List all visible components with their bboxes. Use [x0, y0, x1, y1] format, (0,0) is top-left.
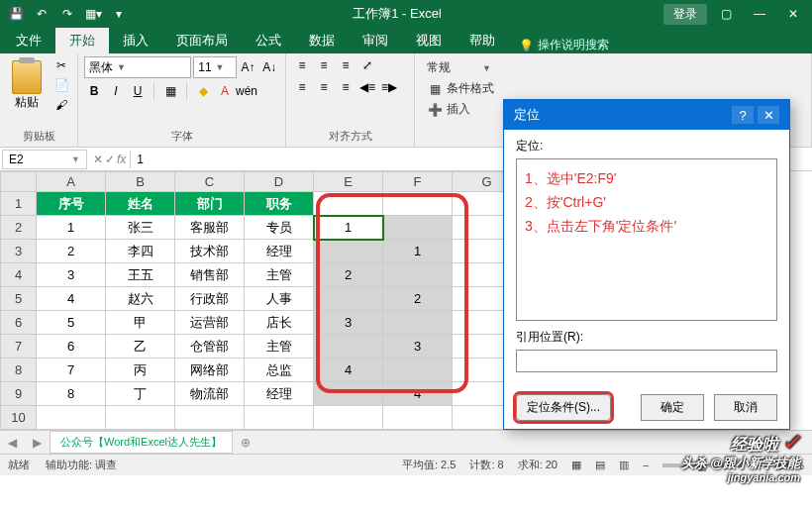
- table-header[interactable]: 序号: [37, 192, 106, 216]
- underline-icon[interactable]: U: [128, 82, 148, 100]
- cell[interactable]: 1: [37, 216, 106, 240]
- col-header-B[interactable]: B: [106, 172, 175, 192]
- cell[interactable]: [383, 406, 453, 430]
- goto-listbox[interactable]: 1、选中'E2:F9' 2、按'Ctrl+G' 3、点击左下角'定位条件': [516, 158, 777, 321]
- cell[interactable]: 专员: [245, 216, 314, 240]
- fill-color-icon[interactable]: ◆: [193, 82, 213, 100]
- cell[interactable]: 仓管部: [175, 335, 245, 358]
- cell[interactable]: 甲: [106, 311, 175, 335]
- view-normal-icon[interactable]: ▦: [571, 459, 581, 471]
- dialog-titlebar[interactable]: 定位 ? ✕: [504, 100, 789, 130]
- cell[interactable]: 经理: [245, 240, 314, 263]
- cell[interactable]: [314, 382, 383, 406]
- tab-home[interactable]: 开始: [55, 28, 109, 53]
- cell[interactable]: 行政部: [175, 287, 245, 311]
- orientation-icon[interactable]: ⤢: [357, 56, 377, 74]
- bold-icon[interactable]: B: [84, 82, 104, 100]
- cell[interactable]: [314, 287, 383, 311]
- cell[interactable]: 店长: [245, 311, 314, 335]
- cell[interactable]: 运营部: [175, 311, 245, 335]
- number-format-combo[interactable]: 常规▼: [423, 58, 803, 77]
- view-break-icon[interactable]: ▥: [619, 459, 629, 471]
- row-header-10[interactable]: 10: [1, 406, 37, 430]
- col-header-C[interactable]: C: [175, 172, 245, 192]
- col-header-A[interactable]: A: [37, 172, 106, 192]
- cell[interactable]: [314, 335, 383, 358]
- login-button[interactable]: 登录: [663, 4, 707, 25]
- cell[interactable]: 经理: [245, 382, 314, 406]
- font-color-icon[interactable]: A: [215, 82, 235, 100]
- dialog-help-icon[interactable]: ?: [732, 106, 754, 124]
- cell[interactable]: 3: [314, 311, 383, 335]
- cell[interactable]: 1: [314, 216, 383, 240]
- tab-layout[interactable]: 页面布局: [162, 28, 242, 53]
- paste-button[interactable]: 粘贴: [6, 58, 48, 113]
- close-icon[interactable]: ✕: [778, 3, 808, 25]
- font-name-combo[interactable]: 黑体▼: [84, 56, 191, 78]
- cell[interactable]: 客服部: [175, 216, 245, 240]
- row-header-5[interactable]: 5: [1, 287, 37, 311]
- cell[interactable]: 王五: [106, 263, 175, 287]
- tab-insert[interactable]: 插入: [109, 28, 162, 53]
- reference-input[interactable]: [516, 350, 777, 372]
- conditional-format-button[interactable]: ▦ 条件格式: [423, 79, 803, 98]
- cell[interactable]: [383, 192, 453, 216]
- row-header-3[interactable]: 3: [1, 240, 37, 263]
- cancel-formula-icon[interactable]: ✕: [93, 153, 103, 166]
- cell[interactable]: [383, 311, 453, 335]
- increase-font-icon[interactable]: A↑: [239, 58, 258, 76]
- col-header-D[interactable]: D: [245, 172, 314, 192]
- increase-indent-icon[interactable]: ≡▶: [379, 78, 399, 96]
- cell[interactable]: 主管: [245, 335, 314, 358]
- cell[interactable]: 人事: [245, 287, 314, 311]
- tab-view[interactable]: 视图: [402, 28, 456, 53]
- enter-formula-icon[interactable]: ✓: [105, 153, 115, 166]
- redo-icon[interactable]: ↷: [55, 3, 79, 25]
- dialog-close-icon[interactable]: ✕: [758, 106, 779, 124]
- cell[interactable]: [314, 240, 383, 263]
- sheet-tab[interactable]: 公众号【Word和Excel达人先生】: [50, 431, 233, 454]
- table-header[interactable]: 姓名: [106, 192, 175, 216]
- tab-help[interactable]: 帮助: [456, 28, 509, 53]
- cell[interactable]: 3: [383, 335, 453, 358]
- align-bottom-icon[interactable]: ≡: [336, 56, 355, 74]
- cell[interactable]: [383, 216, 453, 240]
- cell[interactable]: 7: [37, 358, 106, 382]
- cell[interactable]: 销售部: [175, 263, 245, 287]
- cell[interactable]: 主管: [245, 263, 314, 287]
- cell[interactable]: 1: [383, 240, 453, 263]
- cell[interactable]: 赵六: [106, 287, 175, 311]
- cell[interactable]: 丙: [106, 358, 175, 382]
- cell[interactable]: [314, 192, 383, 216]
- ok-button[interactable]: 确定: [641, 394, 704, 421]
- align-left-icon[interactable]: ≡: [292, 78, 312, 96]
- align-right-icon[interactable]: ≡: [336, 78, 355, 96]
- cancel-button[interactable]: 取消: [714, 394, 777, 421]
- cell[interactable]: 2: [314, 263, 383, 287]
- name-box[interactable]: E2▼: [2, 150, 87, 169]
- tab-formula[interactable]: 公式: [242, 28, 295, 53]
- phonetic-icon[interactable]: wén: [237, 82, 256, 100]
- copy-icon[interactable]: 📄: [51, 76, 71, 94]
- customize-qat-icon[interactable]: ▾: [107, 3, 131, 25]
- align-middle-icon[interactable]: ≡: [314, 56, 334, 74]
- cell[interactable]: 5: [37, 311, 106, 335]
- tab-review[interactable]: 审阅: [349, 28, 402, 53]
- row-header-1[interactable]: 1: [1, 192, 37, 216]
- cell[interactable]: [383, 358, 453, 382]
- cell[interactable]: 3: [37, 263, 106, 287]
- cell[interactable]: [383, 263, 453, 287]
- special-button[interactable]: 定位条件(S)...: [516, 394, 611, 421]
- qat-btn[interactable]: ▦▾: [81, 3, 105, 25]
- select-all-corner[interactable]: [1, 172, 37, 192]
- format-painter-icon[interactable]: 🖌: [51, 96, 71, 114]
- cell[interactable]: [175, 406, 245, 430]
- table-header[interactable]: 部门: [175, 192, 245, 216]
- decrease-font-icon[interactable]: A↓: [259, 58, 279, 76]
- cell[interactable]: 8: [37, 382, 106, 406]
- row-header-6[interactable]: 6: [1, 311, 37, 335]
- new-sheet-icon[interactable]: ⊕: [233, 436, 258, 450]
- view-page-icon[interactable]: ▤: [595, 459, 605, 471]
- cell[interactable]: 4: [314, 358, 383, 382]
- cell[interactable]: 2: [37, 240, 106, 263]
